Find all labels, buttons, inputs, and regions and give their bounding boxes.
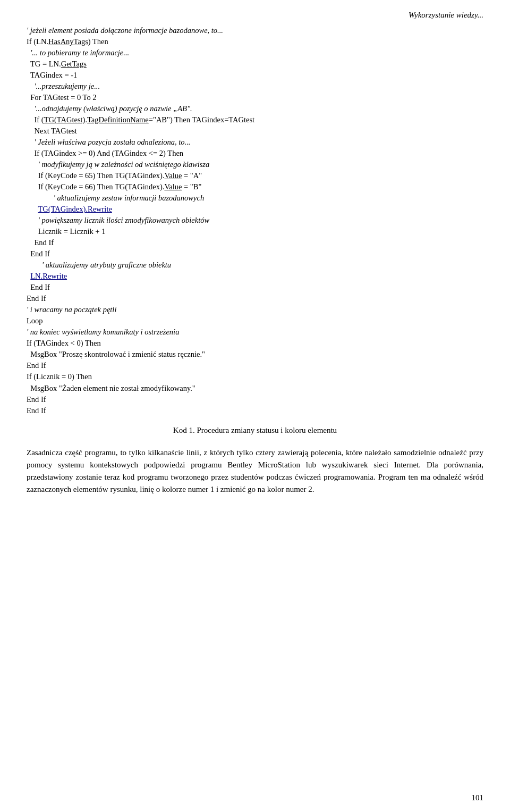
code-line: MsgBox "Proszę skontrolować i zmienić st… [27, 349, 483, 360]
code-line: TG(TAGindex).Rewrite [27, 204, 483, 215]
code-line: End If [27, 360, 483, 371]
code-line: If (KeyCode = 66) Then TG(TAGindex).Valu… [27, 181, 483, 192]
code-line: ' Jeżeli właściwa pozycja została odnale… [27, 137, 483, 148]
code-line: '...odnajdujemy (właściwą) pozycję o naz… [27, 103, 483, 114]
code-line: Loop [27, 315, 483, 327]
code-line: ' jeżeli element posiada dołączone infor… [27, 25, 483, 36]
code-line: If (TAGindex < 0) Then [27, 338, 483, 349]
code-line: End If [27, 394, 483, 405]
page-number: 101 [472, 793, 484, 802]
code-line: For TAGtest = 0 To 2 [27, 92, 483, 103]
code-line: End If [27, 237, 483, 248]
page-number-text: 101 [472, 793, 484, 802]
code-line: '...przeszukujemy je... [27, 81, 483, 92]
code-line: If (Licznik = 0) Then [27, 371, 483, 382]
page-container: Wykorzystanie wiedzy... ' jeżeli element… [0, 0, 510, 812]
code-line: ' na koniec wyświetlamy komunikaty i ost… [27, 327, 483, 338]
figure-caption: Kod 1. Procedura zmiany statusu i koloru… [27, 426, 483, 435]
code-line: ' aktualizujemy atrybuty graficzne obiek… [27, 259, 483, 271]
code-block: ' jeżeli element posiada dołączone infor… [27, 25, 483, 416]
code-line: If (KeyCode = 65) Then TG(TAGindex).Valu… [27, 170, 483, 181]
header-title: Wykorzystanie wiedzy... [409, 11, 483, 19]
code-line: Licznik = Licznik + 1 [27, 226, 483, 237]
code-line: ' aktualizujemy zestaw informacji bazoda… [27, 192, 483, 204]
code-line: If (TAGindex >= 0) And (TAGindex <= 2) T… [27, 148, 483, 159]
code-line: End If [27, 282, 483, 293]
code-line: '... to pobieramy te informacje... [27, 47, 483, 58]
code-line: If (LN.HasAnyTags) Then [27, 36, 483, 47]
code-line: MsgBox "Żaden element nie został zmodyfi… [27, 383, 483, 394]
code-line: ' modyfikujemy ją w zależności od wciśni… [27, 159, 483, 170]
code-line: ' i wracamy na początek pętli [27, 304, 483, 315]
code-line: TAGindex = -1 [27, 70, 483, 81]
code-line: End If [27, 405, 483, 416]
code-line: ' powiększamy licznik ilości zmodyfikowa… [27, 215, 483, 226]
code-line: End If [27, 293, 483, 304]
caption-text: Kod 1. Procedura zmiany statusu i koloru… [173, 426, 337, 434]
code-line: End If [27, 248, 483, 259]
paragraph-text: Zasadnicza część programu, to tylko kilk… [27, 448, 483, 494]
code-line: TG = LN.GetTags [27, 58, 483, 70]
code-line: LN.Rewrite [27, 271, 483, 282]
body-paragraph-1: Zasadnicza część programu, to tylko kilk… [27, 447, 483, 496]
page-header: Wykorzystanie wiedzy... [27, 11, 483, 20]
code-line: Next TAGtest [27, 125, 483, 137]
code-line: If (TG(TAGtest).TagDefinitionName="AB") … [27, 114, 483, 125]
